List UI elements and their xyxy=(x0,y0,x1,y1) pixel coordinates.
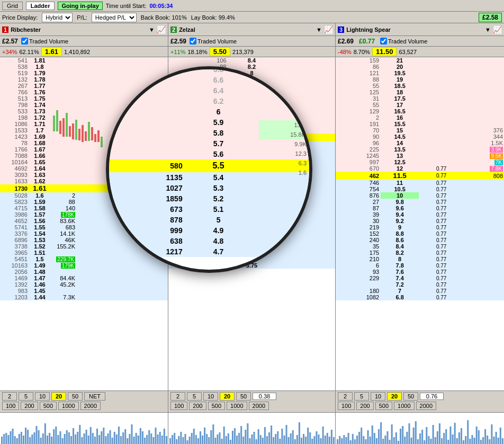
svg-rect-168 xyxy=(327,433,328,444)
svg-rect-171 xyxy=(333,437,335,444)
stake-btn-1000-p1[interactable]: 1000 xyxy=(58,402,78,410)
svg-rect-96 xyxy=(172,435,173,444)
svg-rect-174 xyxy=(339,436,340,444)
stake-btn-5-p3[interactable]: 5 xyxy=(354,392,369,401)
stake-btn-1000-p2[interactable]: 1000 xyxy=(227,402,247,410)
svg-rect-243 xyxy=(489,439,490,444)
stake-btn-10-p1[interactable]: 10 xyxy=(35,392,50,401)
traded-volume-label-2[interactable]: Traded Volume xyxy=(190,38,237,45)
price-display-select[interactable]: Hybrid xyxy=(42,13,73,22)
svg-rect-190 xyxy=(374,433,375,444)
svg-rect-58 xyxy=(90,427,92,444)
second-bar: Price Display: Hybrid P/L: Hedged P/L Ba… xyxy=(0,12,504,23)
going-inplay-badge: Going in-play xyxy=(58,2,102,10)
stake-btn-50-p2[interactable]: 50 xyxy=(236,392,251,401)
value-input-p3[interactable] xyxy=(420,393,444,400)
svg-rect-209 xyxy=(415,421,417,444)
svg-rect-106 xyxy=(193,429,195,444)
traded-volume-checkbox-3[interactable] xyxy=(380,38,387,45)
dropdown-3[interactable]: ▼ xyxy=(485,26,491,33)
dropdown-1[interactable]: ▼ xyxy=(149,26,155,33)
stake-btn-20-p2[interactable]: 20 xyxy=(220,392,235,401)
stake-btn-20-p1[interactable]: 20 xyxy=(51,392,66,401)
stake-btn-5-p1[interactable]: 5 xyxy=(19,392,33,401)
svg-rect-76 xyxy=(129,434,130,444)
dropdown-2[interactable]: ▼ xyxy=(316,26,322,33)
stake-btn-100-p2[interactable]: 100 xyxy=(170,402,187,410)
svg-rect-222 xyxy=(443,433,445,444)
svg-rect-176 xyxy=(343,435,345,444)
svg-rect-33 xyxy=(35,426,37,444)
svg-rect-151 xyxy=(290,433,292,444)
svg-rect-142 xyxy=(271,425,272,444)
grid-tab[interactable]: Grid xyxy=(2,2,23,10)
stake-btn-500-p3[interactable]: 500 xyxy=(375,402,392,410)
svg-rect-152 xyxy=(292,430,294,444)
chart-icon-3[interactable]: 📈 xyxy=(493,25,502,34)
svg-rect-169 xyxy=(329,437,330,444)
stake-btn-10-p3[interactable]: 10 xyxy=(371,392,385,401)
svg-rect-144 xyxy=(275,434,276,444)
svg-rect-99 xyxy=(178,436,179,444)
svg-rect-232 xyxy=(465,436,466,444)
stake-btn-2000-p3[interactable]: 2000 xyxy=(416,402,436,410)
svg-rect-77 xyxy=(131,424,132,444)
stake-btn-100-p1[interactable]: 100 xyxy=(2,402,19,410)
stake-btn-50-p1[interactable]: 50 xyxy=(68,392,83,401)
stake-btn-100-p3[interactable]: 100 xyxy=(338,402,355,410)
stake-btn-10-p2[interactable]: 10 xyxy=(203,392,218,401)
stake-btn-500-p2[interactable]: 500 xyxy=(208,402,225,410)
traded-volume-checkbox-1[interactable] xyxy=(21,38,28,45)
svg-rect-18 xyxy=(3,434,5,444)
pl-select[interactable]: Hedged P/L xyxy=(92,13,137,22)
svg-rect-89 xyxy=(157,434,159,444)
stake-btn-2-p1[interactable]: 2 xyxy=(2,392,17,401)
value-input-p2[interactable] xyxy=(253,393,276,400)
stat-pct2-1: 62.11% xyxy=(19,49,39,55)
chart-icon-1[interactable]: 📈 xyxy=(157,25,166,34)
stake-btn-2-p2[interactable]: 2 xyxy=(170,392,185,401)
stake-btn-1000-p3[interactable]: 1000 xyxy=(394,402,414,410)
svg-rect-53 xyxy=(79,425,80,444)
traded-volume-label-3[interactable]: Traded Volume xyxy=(380,38,427,45)
ladder-scroll-3[interactable]: 15921 8620 12119.5 8819 5518.5 12518 311… xyxy=(336,57,504,390)
svg-rect-175 xyxy=(341,438,343,444)
svg-rect-146 xyxy=(279,439,281,444)
traded-volume-label-1[interactable]: Traded Volume xyxy=(21,38,68,45)
svg-rect-54 xyxy=(81,437,83,444)
panel-price-1: £2.57 xyxy=(2,38,18,45)
svg-rect-185 xyxy=(363,436,364,444)
traded-volume-checkbox-2[interactable] xyxy=(190,38,196,45)
stat-pct-2: +11% xyxy=(170,49,185,55)
stake-btn-20-p3[interactable]: 20 xyxy=(387,392,402,401)
svg-rect-51 xyxy=(75,434,76,444)
stake-btn-200-p1[interactable]: 200 xyxy=(21,402,38,410)
stake-btn-2000-p1[interactable]: 2000 xyxy=(80,402,101,410)
panel-price-3: £2.69 xyxy=(338,38,354,45)
stake-btn-500-p1[interactable]: 500 xyxy=(40,402,57,410)
stake-row-1: 2 5 10 20 50 NET xyxy=(2,392,166,401)
svg-rect-236 xyxy=(474,438,475,444)
stake-btn-2000-p2[interactable]: 2000 xyxy=(249,402,269,410)
stat-pct2-2: 18.18% xyxy=(187,49,207,55)
chart-icon-2[interactable]: 📈 xyxy=(324,25,333,34)
stake-btn-200-p3[interactable]: 200 xyxy=(356,402,373,410)
svg-rect-197 xyxy=(389,440,391,444)
svg-rect-84 xyxy=(146,435,148,444)
stake-btn-50-p3[interactable]: 50 xyxy=(403,392,418,401)
svg-rect-119 xyxy=(221,439,223,444)
stake-btn-200-p2[interactable]: 200 xyxy=(189,402,206,410)
svg-rect-208 xyxy=(413,428,415,444)
stake-btn-2-p3[interactable]: 2 xyxy=(338,392,353,401)
svg-rect-154 xyxy=(296,435,298,444)
svg-rect-35 xyxy=(40,438,42,444)
svg-rect-27 xyxy=(23,436,24,444)
net-btn-p1[interactable]: NET xyxy=(84,392,105,401)
svg-rect-158 xyxy=(305,437,307,444)
stake-btn-5-p2[interactable]: 5 xyxy=(187,392,202,401)
svg-rect-28 xyxy=(25,428,26,444)
svg-rect-41 xyxy=(53,429,55,444)
svg-rect-133 xyxy=(251,434,253,444)
svg-rect-143 xyxy=(273,437,274,444)
ladder-tab[interactable]: Ladder xyxy=(26,2,55,10)
